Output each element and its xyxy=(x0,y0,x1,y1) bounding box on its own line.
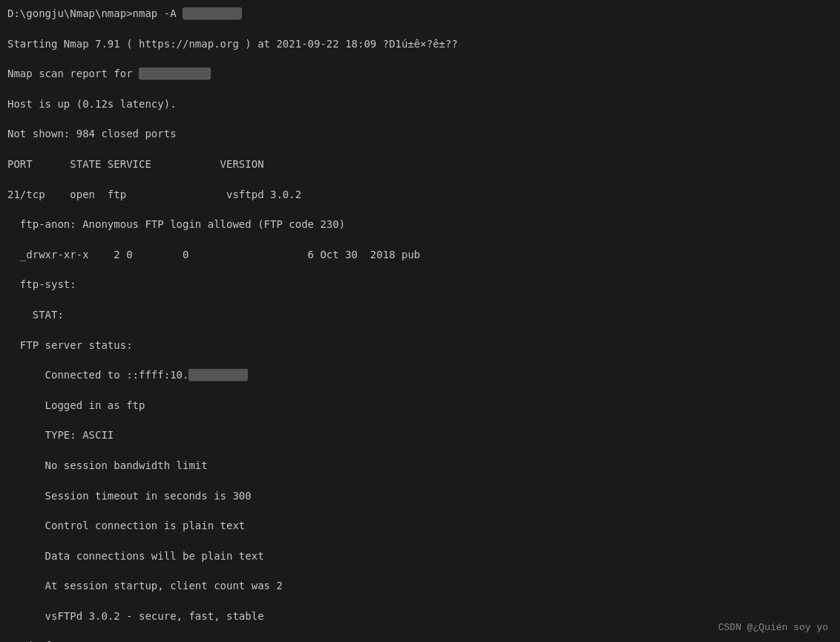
line-ftp-server-status: FTP server status: xyxy=(7,338,833,353)
line-starting: Starting Nmap 7.91 ( https://nmap.org ) … xyxy=(7,36,833,51)
line-scan-report: Nmap scan report for ███████████ xyxy=(7,66,833,81)
line-header: PORT STATE SERVICE VERSION xyxy=(7,157,833,171)
line-host-up: Host is up (0.12s latency). xyxy=(7,96,833,111)
line-vsftpd: vsFTPd 3.0.2 - secure, fast, stable xyxy=(7,609,833,623)
line-session-timeout: Session timeout in seconds is 300 xyxy=(7,488,833,503)
line-ftp-anon: ftp-anon: Anonymous FTP login allowed (F… xyxy=(7,217,833,232)
line-logged-in: Logged in as ftp xyxy=(7,398,833,413)
line-ftp: 21/tcp open ftp vsftpd 3.0.2 xyxy=(7,187,833,202)
line-type: TYPE: ASCII xyxy=(7,428,833,442)
line-control-conn: Control connection is plain text xyxy=(7,518,833,533)
line-connected: Connected to ::ffff:10.█████████ xyxy=(7,367,833,382)
line-no-session: No session bandwidth limit xyxy=(7,458,833,473)
line-drwxr: _drwxr-xr-x 2 0 0 6 Oct 30 2018 pub xyxy=(7,247,833,262)
line-ftp-syst: ftp-syst: xyxy=(7,277,833,292)
terminal-output: D:\gongju\Nmap\nmap>nmap -A █████████ St… xyxy=(7,6,833,642)
watermark: CSDN @¿Quién soy yo xyxy=(718,622,828,633)
line-at-session: At session startup, client count was 2 xyxy=(7,578,833,593)
line-end-status: _End of status xyxy=(7,638,833,642)
line-data-conn: Data connections will be plain text xyxy=(7,548,833,563)
line-stat: STAT: xyxy=(7,307,833,322)
line-not-shown: Not shown: 984 closed ports xyxy=(7,126,833,141)
line-cmd: D:\gongju\Nmap\nmap>nmap -A █████████ xyxy=(7,6,833,21)
